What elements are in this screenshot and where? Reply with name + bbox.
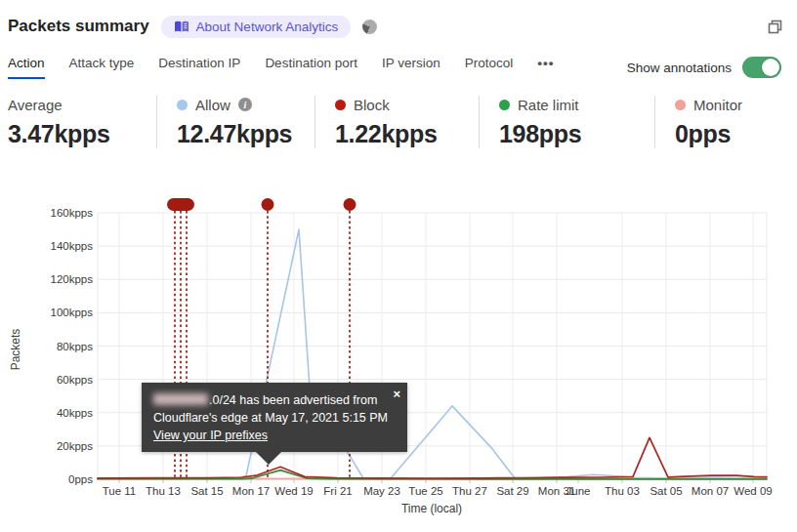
block-dot (335, 100, 346, 110)
stat-allow: Allowi 12.47kpps (156, 96, 315, 148)
close-icon[interactable]: × (391, 386, 402, 402)
x-axis-label: May 23 (363, 485, 400, 497)
tabs-more-icon[interactable]: ••• (537, 56, 554, 79)
x-axis-label: Wed 09 (734, 485, 772, 497)
y-axis-label: 160kpps (51, 207, 94, 219)
tab-ip-version[interactable]: IP version (382, 56, 440, 79)
stat-label: Block (354, 97, 390, 113)
book-icon (174, 20, 189, 33)
y-axis-label: 20kpps (57, 440, 93, 452)
y-axis-label: 40kpps (57, 407, 93, 419)
view-ip-prefixes-link[interactable]: View your IP prefixes (153, 429, 268, 442)
annotation-marker[interactable] (344, 198, 357, 211)
stat-value: 12.47kpps (177, 120, 315, 148)
y-axis-title: Packets (9, 329, 22, 371)
tab-protocol[interactable]: Protocol (465, 56, 514, 79)
y-axis-label: 100kpps (51, 307, 94, 318)
x-axis-label: Sat 05 (650, 485, 682, 497)
x-axis-label: Sat 29 (496, 485, 528, 497)
tab-destination-ip[interactable]: Destination IP (158, 56, 240, 79)
stat-value: 0pps (675, 120, 797, 148)
annotation-marker[interactable] (262, 198, 274, 211)
x-axis-label: Mon 07 (692, 485, 729, 497)
stat-label: Allow (195, 97, 231, 113)
axis-labels: 0pps20kpps40kpps60kpps80kpps100kpps120kp… (9, 207, 773, 515)
about-network-analytics-badge[interactable]: About Network Analytics (161, 16, 352, 38)
y-axis-label: 140kpps (51, 240, 94, 252)
network-analytics-panel: Packets summary About Network Analytics … (0, 0, 797, 532)
stat-value: 198pps (499, 120, 654, 148)
x-axis-label: Thu 27 (452, 485, 487, 497)
show-annotations-label: Show annotations (627, 61, 732, 75)
rate-limit-dot (499, 100, 510, 110)
tab-bar: Action Attack type Destination IP Destin… (0, 41, 797, 79)
x-axis-label: Mon 17 (232, 485, 270, 497)
page-title: Packets summary (8, 17, 149, 36)
y-axis-label: 0pps (68, 473, 93, 485)
monitor-dot (675, 100, 686, 110)
tab-attack-type[interactable]: Attack type (69, 56, 135, 79)
x-axis-label: Tue 11 (103, 485, 137, 497)
show-annotations-toggle[interactable] (742, 57, 781, 78)
x-axis-label: Wed 19 (274, 485, 313, 497)
info-icon[interactable]: i (238, 98, 252, 111)
stat-label: Rate limit (518, 97, 579, 113)
popout-icon[interactable] (767, 19, 783, 35)
overlapping-windows-icon (767, 19, 783, 35)
stat-label: Monitor (693, 97, 742, 113)
stats-row: Averagei 3.47kpps Allowi 12.47kpps Block… (0, 96, 797, 148)
tab-action[interactable]: Action (8, 56, 45, 79)
y-axis-label: 80kpps (57, 341, 93, 352)
stat-monitor: Monitori 0pps (654, 96, 797, 148)
stat-label: Average (8, 97, 63, 113)
tooltip-caret (256, 452, 281, 465)
stat-average: Averagei 3.47kpps (0, 96, 156, 148)
annotation-tooltip: × .0/24 has been advertised from Cloudfl… (142, 383, 407, 452)
x-axis-label: Fri 21 (323, 485, 352, 497)
stat-block: Blocki 1.22kpps (315, 96, 479, 148)
toggle-knob (762, 59, 779, 76)
stat-rate-limit: Rate limiti 198pps (479, 96, 654, 148)
redacted-ip (153, 393, 208, 405)
packets-chart[interactable]: 0pps20kpps40kpps60kpps80kpps100kpps120kp… (0, 185, 797, 527)
allow-dot (177, 100, 188, 110)
annotation-cluster-marker[interactable] (167, 198, 194, 211)
tooltip-line-2: Cloudflare's edge at May 17, 2021 5:15 P… (153, 409, 396, 427)
badge-label: About Network Analytics (196, 20, 339, 34)
header: Packets summary About Network Analytics (0, 0, 797, 41)
stat-value: 1.22kpps (335, 120, 479, 148)
tab-destination-port[interactable]: Destination port (265, 56, 357, 79)
x-axis-label: June (566, 485, 591, 497)
x-axis-label: Thu 03 (605, 485, 640, 497)
y-axis-label: 120kpps (51, 273, 94, 285)
x-axis-label: Thu 13 (146, 485, 181, 497)
x-axis-label: Tue 25 (408, 485, 442, 497)
tooltip-line-1: .0/24 has been advertised from (153, 391, 396, 409)
x-axis-label: Sat 15 (190, 485, 223, 497)
usage-pie-icon[interactable] (362, 20, 377, 34)
x-axis-title: Time (local) (401, 502, 462, 515)
y-axis-label: 60kpps (57, 374, 93, 386)
show-annotations-group: Show annotations (627, 57, 781, 78)
stat-value: 3.47kpps (8, 120, 156, 148)
